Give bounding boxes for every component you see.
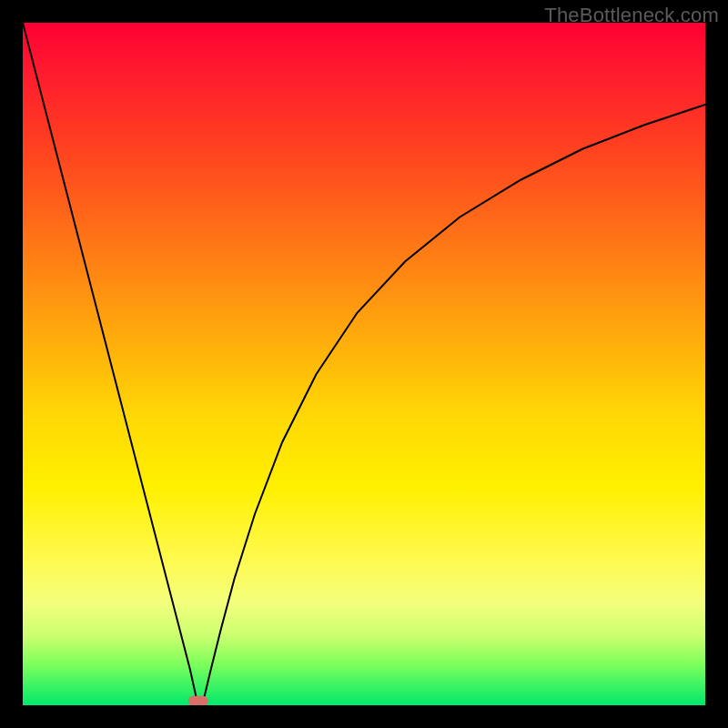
chart-svg (23, 23, 705, 705)
curve-group (23, 23, 705, 705)
chart-container: TheBottleneck.com (0, 0, 728, 728)
plot-area (23, 23, 705, 705)
watermark-text: TheBottleneck.com (544, 4, 719, 27)
curve-right (204, 105, 705, 700)
min-marker (188, 696, 208, 705)
curve-left (23, 23, 197, 700)
